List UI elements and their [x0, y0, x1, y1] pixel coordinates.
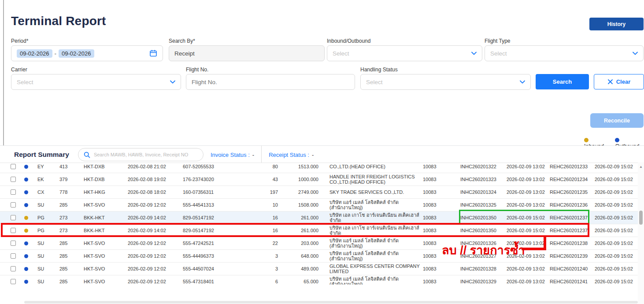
direction-cell [24, 241, 37, 245]
vertical-scrollbar-thumb[interactable] [639, 211, 643, 225]
pieces-cell: 22 [239, 241, 278, 246]
clear-x-icon [607, 79, 613, 85]
invoice-date-cell: 2026-02-09 13:02 [507, 189, 550, 195]
summary-search-box[interactable] [78, 148, 204, 161]
row-checkbox[interactable] [11, 189, 16, 195]
weight-cell: 261.000 [278, 215, 318, 220]
receipt-no-cell: REHC260201233 [550, 164, 594, 169]
receipt-no-cell: REHC260201240 [550, 266, 594, 271]
invoice-date-cell: 2026-02-09 13:02 [507, 164, 550, 169]
weight-cell: 1513.000 [278, 164, 318, 169]
invoice-date-cell: 2026-02-09 13:02 [507, 202, 550, 208]
chevron-down-icon[interactable] [520, 80, 525, 84]
chevron-down-icon[interactable] [170, 80, 175, 84]
flight-date-cell: 2026-02-09 12:02 [128, 266, 183, 271]
direction-dot-icon [24, 190, 28, 194]
carrier-cell: PG [37, 215, 59, 220]
row-checkbox[interactable] [11, 164, 16, 169]
route-cell: HKT-SVO [84, 241, 128, 246]
vertical-scrollbar[interactable]: ▲ [638, 162, 644, 304]
route-cell: HKT-SVO [84, 279, 128, 284]
row-checkbox-cell [0, 202, 24, 208]
direction-dot-icon [24, 241, 28, 245]
search-button[interactable]: Search [536, 74, 589, 89]
search-by-label: Search By* [169, 38, 195, 44]
invoice-no-cell: INHC260201323 [460, 177, 507, 182]
direction-cell [24, 229, 37, 233]
row-checkbox[interactable] [11, 228, 16, 233]
invoice-date-cell: 2026-02-09 13:02 [507, 266, 550, 271]
row-checkbox[interactable] [11, 279, 16, 284]
mawb-cell: 829-05147192 [183, 228, 239, 233]
row-checkbox[interactable] [11, 241, 16, 246]
receipt-no-cell: REHC260201235 [550, 189, 594, 195]
summary-search-input[interactable] [94, 152, 195, 157]
direction-dot-icon [24, 203, 28, 207]
weight-cell: 2749.000 [278, 189, 318, 195]
annotation-connector-horizontal [522, 248, 546, 250]
chevron-down-icon[interactable] [633, 52, 638, 55]
pieces-cell: 3 [239, 253, 278, 259]
period-label: Period* [11, 38, 28, 44]
history-button[interactable]: History [589, 18, 644, 30]
row-checkbox-cell [0, 215, 24, 220]
inbound-outbound-label: Inbound/Outbound [327, 38, 370, 44]
table-row: SU285HKT-SVO2026-02-09 12:02555-44541313… [0, 199, 638, 211]
flight-no-cell: 285 [59, 202, 84, 208]
flight-date-cell: 2026-02-09 12:02 [128, 202, 183, 208]
branch-cell: 10083 [420, 215, 460, 220]
direction-dot-icon [24, 267, 28, 271]
calendar-icon[interactable] [149, 49, 157, 57]
row-checkbox-cell [0, 164, 24, 169]
handling-status-value: Select [366, 79, 383, 85]
scroll-up-arrow-icon[interactable]: ▲ [638, 165, 644, 169]
flight-no-field[interactable] [186, 74, 355, 90]
route-cell: HKT-DXB [84, 164, 128, 169]
chevron-down-icon[interactable] [471, 52, 477, 55]
route-cell: HKT-SVO [84, 253, 128, 259]
agent-cell: บริษัท แอร์ เมลล์ โลจิสติคส์ จำกัด (สำนั… [318, 200, 420, 210]
horizontal-scrollbar-thumb[interactable] [24, 301, 638, 304]
flight-date-cell: 2026-02-08 18:02 [128, 189, 183, 195]
table-rows: EY413HKT-DXB2026-02-08 21:02607-52055533… [0, 163, 638, 285]
flight-no-cell: 379 [59, 177, 84, 182]
handling-status-select[interactable]: Select [360, 74, 531, 90]
row-checkbox[interactable] [11, 266, 16, 271]
flight-type-value: Select [490, 50, 507, 57]
mawb-cell: 555-47318401 [183, 279, 239, 284]
row-checkbox[interactable] [11, 215, 16, 220]
agent-cell: GLOBAL EXPRESS CENTER COMPANY LIMITED [318, 263, 420, 274]
flight-type-select[interactable]: Select [485, 45, 644, 61]
row-checkbox[interactable] [11, 202, 16, 208]
row-checkbox[interactable] [11, 253, 16, 259]
invoice-no-cell: INHC260201329 [460, 279, 507, 284]
branch-cell: 10083 [420, 279, 460, 284]
period-from-chip: 09-02-2026 [17, 49, 52, 58]
receipt-no-cell: REHC260201241 [550, 279, 594, 284]
direction-cell [24, 254, 37, 258]
receipt-date-cell: 2026-02-09 15:02 [594, 189, 637, 195]
reconcile-button[interactable]: Reconcile [590, 113, 644, 128]
period-field[interactable]: 09-02-2026 - 09-02-2026 [11, 45, 163, 61]
clear-button[interactable]: Clear [594, 74, 644, 89]
row-checkbox[interactable] [11, 177, 16, 182]
pieces-cell: 197 [239, 189, 278, 195]
flight-no-cell: 285 [59, 266, 84, 271]
carrier-select[interactable]: Select [11, 74, 181, 90]
flight-date-cell: 2026-02-08 21:02 [128, 164, 183, 169]
inbound-outbound-select[interactable]: Select [327, 45, 482, 61]
flight-no-cell: 413 [59, 164, 84, 169]
receipt-no-cell: REHC260201238 [550, 241, 594, 246]
row-checkbox-cell [0, 177, 24, 182]
direction-dot-icon [24, 280, 28, 284]
report-table-viewport: EY413HKT-DXB2026-02-08 21:02607-52055533… [0, 163, 638, 285]
route-cell: HKT-HKG [84, 189, 128, 195]
flight-date-cell: 2026-02-09 14:02 [128, 215, 183, 220]
search-by-value: Receipt [174, 50, 195, 57]
flight-no-input[interactable] [186, 74, 355, 89]
receipt-no-cell: REHC260201237 [550, 228, 594, 233]
branch-cell: 10083 [420, 266, 460, 271]
invoice-no-cell: INHC260201328 [460, 266, 507, 271]
branch-cell: 10083 [420, 189, 460, 195]
mawb-cell: 607-52055533 [183, 164, 239, 169]
